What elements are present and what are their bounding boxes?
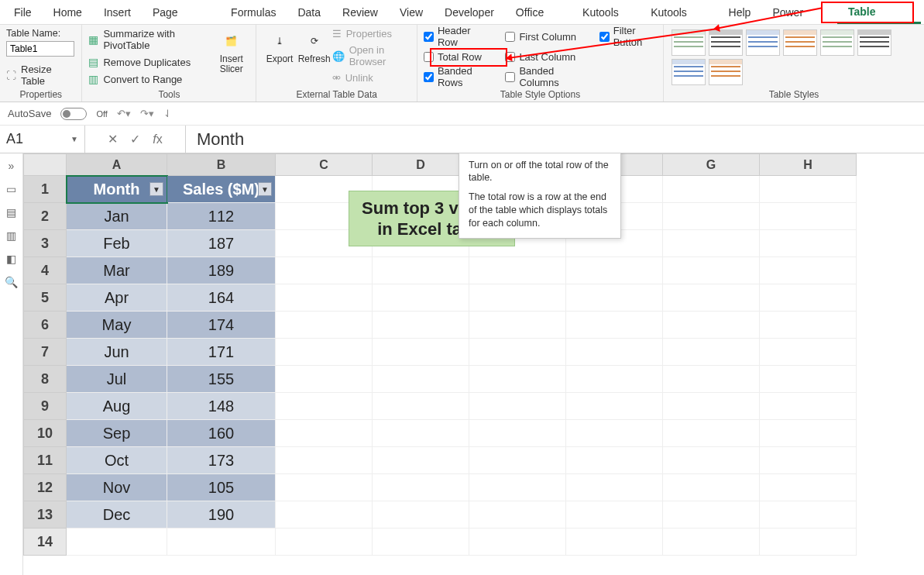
- tab-formulas[interactable]: Formulas: [220, 0, 287, 25]
- tab-developer[interactable]: Developer: [434, 0, 505, 25]
- cell[interactable]: [373, 474, 469, 501]
- tab-help[interactable]: Help: [718, 0, 762, 25]
- style-swatch[interactable]: [672, 59, 706, 85]
- cell[interactable]: [760, 230, 857, 257]
- cell[interactable]: [373, 284, 469, 312]
- cell[interactable]: [566, 339, 663, 366]
- undo-dropdown-icon[interactable]: ↶▾: [117, 108, 131, 119]
- cell[interactable]: [566, 257, 663, 284]
- style-swatch[interactable]: [746, 29, 780, 56]
- input-table-name[interactable]: [6, 41, 74, 57]
- cell[interactable]: [760, 393, 857, 420]
- check-banded-columns[interactable]: Banded Columns: [505, 68, 582, 85]
- tab-power-pivot[interactable]: Power Pivot: [761, 0, 837, 25]
- row-header[interactable]: 2: [24, 203, 67, 230]
- row-header[interactable]: 14: [24, 529, 67, 556]
- cell[interactable]: [373, 393, 469, 420]
- check-first-column[interactable]: First Column: [505, 28, 582, 45]
- cell[interactable]: [760, 284, 857, 312]
- resize-table-button[interactable]: Resize Table: [21, 64, 75, 87]
- tab-data[interactable]: Data: [287, 0, 331, 25]
- col-header[interactable]: H: [760, 154, 857, 176]
- cell[interactable]: 164: [167, 284, 276, 312]
- cell[interactable]: Sales ($M)▼: [167, 176, 276, 203]
- grid-area[interactable]: A B C D E F G H 1Month▼Sales ($M)▼2Jan11…: [23, 153, 924, 575]
- cell[interactable]: Jul: [67, 366, 167, 393]
- cell[interactable]: [663, 257, 760, 284]
- cell[interactable]: [760, 447, 857, 474]
- row-header[interactable]: 3: [24, 230, 67, 257]
- cell[interactable]: [276, 339, 373, 366]
- cell[interactable]: Jan: [67, 203, 167, 230]
- select-all-corner[interactable]: [24, 154, 67, 176]
- tab-view[interactable]: View: [389, 0, 434, 25]
- cell[interactable]: [276, 312, 373, 339]
- cell[interactable]: [663, 312, 760, 339]
- cell[interactable]: 190: [167, 501, 276, 529]
- cell[interactable]: 171: [167, 339, 276, 366]
- cell[interactable]: [663, 230, 760, 257]
- rail-find-icon[interactable]: 🔍: [5, 276, 18, 288]
- cell[interactable]: Apr: [67, 284, 167, 312]
- cell[interactable]: May: [67, 312, 167, 339]
- style-swatch[interactable]: [857, 29, 891, 56]
- cell[interactable]: Oct: [67, 447, 167, 474]
- rail-shape-icon[interactable]: ◧: [6, 253, 16, 265]
- cell[interactable]: [373, 366, 469, 393]
- cell[interactable]: [566, 447, 663, 474]
- tab-table-design[interactable]: Table Design: [837, 1, 921, 24]
- check-last-column[interactable]: Last Column: [505, 48, 582, 65]
- cell[interactable]: [276, 501, 373, 529]
- cell[interactable]: [373, 420, 469, 447]
- cell[interactable]: [760, 203, 857, 230]
- cell[interactable]: [276, 257, 373, 284]
- cell[interactable]: [663, 203, 760, 230]
- cell[interactable]: [663, 529, 760, 556]
- cell[interactable]: [760, 257, 857, 284]
- cell[interactable]: 189: [167, 257, 276, 284]
- cell[interactable]: [373, 312, 469, 339]
- cell[interactable]: 148: [167, 393, 276, 420]
- cell[interactable]: [760, 474, 857, 501]
- cell[interactable]: [469, 393, 566, 420]
- cell[interactable]: [276, 474, 373, 501]
- cell[interactable]: [566, 366, 663, 393]
- cell[interactable]: 160: [167, 420, 276, 447]
- style-swatch[interactable]: [672, 29, 706, 56]
- cell[interactable]: [276, 393, 373, 420]
- row-header[interactable]: 4: [24, 257, 67, 284]
- cell[interactable]: [276, 366, 373, 393]
- row-header[interactable]: 8: [24, 366, 67, 393]
- cell[interactable]: [663, 393, 760, 420]
- cell[interactable]: [469, 501, 566, 529]
- row-header[interactable]: 5: [24, 284, 67, 312]
- cell[interactable]: [469, 447, 566, 474]
- cell[interactable]: [276, 420, 373, 447]
- cell[interactable]: [760, 366, 857, 393]
- col-header[interactable]: A: [67, 154, 167, 176]
- insert-slicer-button[interactable]: 🗂️ Insert Slicer: [213, 28, 249, 76]
- cell[interactable]: Jun: [67, 339, 167, 366]
- col-header[interactable]: D: [373, 154, 469, 176]
- cell[interactable]: [663, 366, 760, 393]
- col-header[interactable]: C: [276, 154, 373, 176]
- tab-page-layout[interactable]: Page Layout: [142, 0, 220, 25]
- cell[interactable]: 173: [167, 447, 276, 474]
- cell[interactable]: [566, 529, 663, 556]
- cell[interactable]: Aug: [67, 393, 167, 420]
- filter-dropdown-icon[interactable]: ▼: [149, 182, 163, 196]
- summarize-button[interactable]: Summarize with PivotTable: [103, 28, 213, 51]
- tab-review[interactable]: Review: [331, 0, 389, 25]
- cell[interactable]: 155: [167, 366, 276, 393]
- remove-duplicates-button[interactable]: Remove Duplicates: [103, 57, 191, 68]
- cell[interactable]: [663, 284, 760, 312]
- rail-chart-icon[interactable]: ▥: [6, 229, 16, 242]
- cell[interactable]: [469, 366, 566, 393]
- name-box-dropdown-icon[interactable]: ▼: [70, 135, 78, 143]
- col-header[interactable]: G: [663, 154, 760, 176]
- cell[interactable]: [167, 529, 276, 556]
- cell[interactable]: [663, 339, 760, 366]
- cell[interactable]: [276, 529, 373, 556]
- cell[interactable]: Feb: [67, 230, 167, 257]
- cell[interactable]: [566, 474, 663, 501]
